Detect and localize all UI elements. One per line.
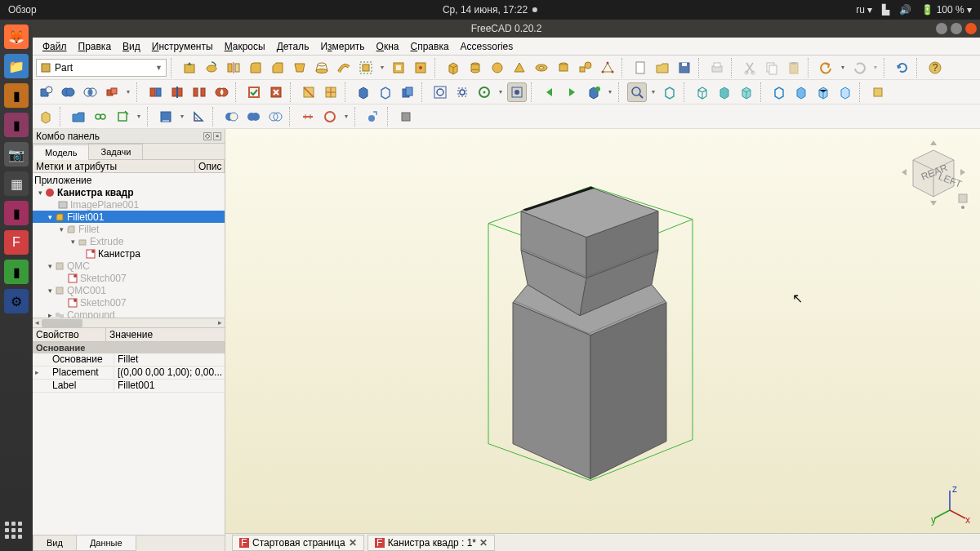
tool-tube[interactable] <box>554 58 573 78</box>
tool-new[interactable] <box>630 58 650 78</box>
battery-indicator[interactable]: 🔋 100 % ▾ <box>921 4 972 16</box>
dock-files[interactable]: 📁 <box>4 54 29 78</box>
view-flatlines[interactable] <box>737 82 756 102</box>
tree-item-fillet001[interactable]: ▾Fillet001 <box>33 211 225 223</box>
3d-model-canister[interactable] <box>464 162 742 504</box>
combo-close-button[interactable]: × <box>213 132 221 140</box>
tool-sphere[interactable] <box>488 58 507 78</box>
tab-tasks[interactable]: Задачи <box>88 144 143 159</box>
dock-freecad[interactable]: F <box>4 230 29 255</box>
tool-whatsthis[interactable]: ? <box>925 58 945 78</box>
tree-app-root[interactable]: Приложение <box>33 174 225 186</box>
tool-join-dropdown[interactable]: ▾ <box>124 88 132 96</box>
tree-item-sketch007b[interactable]: Sketch007 <box>33 296 225 309</box>
menu-tools[interactable]: Инструменты <box>147 39 218 54</box>
tool-revolve[interactable] <box>202 58 221 78</box>
view-iso-dropdown[interactable]: ▾ <box>497 88 505 96</box>
tool-reverse-shapes[interactable] <box>376 82 395 102</box>
measure-clear[interactable] <box>298 107 318 127</box>
dock-video[interactable]: ▮ <box>4 113 29 137</box>
combo-panel-header[interactable]: Комбо панель ◇ × <box>33 129 225 144</box>
doc-tab-start[interactable]: F Стартовая страница ✕ <box>232 535 364 551</box>
tool-undo[interactable] <box>817 58 836 78</box>
dock-folder[interactable]: ▮ <box>4 83 29 108</box>
tool-thickness[interactable] <box>389 58 408 78</box>
zoom-dropdown[interactable]: ▾ <box>649 88 657 96</box>
doc-tab-canister[interactable]: F Канистра квадр : 1* ✕ <box>368 535 495 551</box>
tool-create-group[interactable] <box>69 107 88 127</box>
network-icon[interactable]: ▙ <box>882 4 889 16</box>
tool-extrude[interactable] <box>180 58 199 78</box>
menu-part[interactable]: Деталь <box>272 39 314 54</box>
zoom-magnify[interactable] <box>627 82 647 102</box>
tree-document[interactable]: ▾Канистра квадр <box>33 186 225 198</box>
menu-help[interactable]: Справка <box>406 39 454 54</box>
measure-toggle-dropdown[interactable]: ▾ <box>342 113 350 120</box>
tree-item-compound[interactable]: ▸Compound <box>33 309 225 318</box>
clock[interactable]: Ср, 14 июня, 17:22 <box>443 4 528 16</box>
drawstyle-2[interactable] <box>791 82 811 102</box>
prop-row-label[interactable]: LabelFillet001 <box>33 380 225 393</box>
tool-fillet[interactable] <box>246 58 265 78</box>
measure-angular[interactable] <box>189 107 208 127</box>
dock-firefox[interactable]: 🦊 <box>4 24 29 49</box>
titlebar[interactable]: FreeCAD 0.20.2 <box>33 20 980 38</box>
tool-boolean-common[interactable] <box>80 82 100 102</box>
view-shaded[interactable] <box>715 82 734 102</box>
view-fit-selection[interactable] <box>452 82 472 102</box>
tool-paste[interactable] <box>784 58 804 78</box>
tool-join-connect[interactable] <box>102 82 122 102</box>
tree-hscrollbar[interactable]: ◂▸ <box>33 318 225 327</box>
tool-refresh[interactable] <box>893 58 912 78</box>
view-wireframe[interactable] <box>693 82 712 102</box>
view-fit-all[interactable] <box>430 82 450 102</box>
tool-cut[interactable] <box>740 58 760 78</box>
tool-sweep[interactable] <box>334 58 354 78</box>
tab-model[interactable]: Модель <box>33 144 89 160</box>
link-actions-dropdown[interactable]: ▾ <box>606 88 614 96</box>
view-isometric[interactable] <box>474 82 494 102</box>
bool-cut2[interactable] <box>221 107 241 127</box>
tool-loft[interactable] <box>312 58 332 78</box>
measure-toggle[interactable] <box>320 107 340 127</box>
menu-macros[interactable]: Макросы <box>220 39 270 54</box>
tool-offset3d[interactable] <box>356 58 376 78</box>
tool-chamfer[interactable] <box>268 58 287 78</box>
volume-icon[interactable]: 🔊 <box>899 4 911 16</box>
doc-tab-start-close[interactable]: ✕ <box>349 537 357 549</box>
tool-simple-copy[interactable] <box>398 82 417 102</box>
tool-ruled[interactable] <box>290 58 310 78</box>
menu-view[interactable]: Вид <box>118 39 145 54</box>
menu-file[interactable]: Файл <box>38 39 72 54</box>
tool-split-xor[interactable] <box>212 82 231 102</box>
drawstyle-3[interactable] <box>813 82 833 102</box>
menu-measure[interactable]: Измерить <box>315 39 369 54</box>
measure-dropdown[interactable]: ▾ <box>178 113 186 120</box>
prop-row-placement[interactable]: ▸Placement[(0,00 0,00 1,00); 0,00... <box>33 367 225 380</box>
window-close-button[interactable] <box>965 23 977 34</box>
tool-copy[interactable] <box>762 58 782 78</box>
tree-item-sketch-canister[interactable]: Канистра <box>33 247 225 260</box>
bool-union2[interactable] <box>243 107 263 127</box>
tool-check-geometry[interactable] <box>244 82 264 102</box>
dock-calculator[interactable]: ▦ <box>4 171 29 196</box>
tool-link-make[interactable] <box>91 107 110 127</box>
tool-boolean-union[interactable] <box>58 82 78 102</box>
view-box-element[interactable] <box>660 82 679 102</box>
tool-undo-dropdown[interactable]: ▾ <box>839 64 847 71</box>
tree-col-labels[interactable]: Метки и атрибуты <box>33 160 195 172</box>
tool-split-fragments[interactable] <box>145 82 165 102</box>
prop-row-base[interactable]: ОснованиеFillet <box>33 353 225 367</box>
acc-tool[interactable] <box>396 107 416 127</box>
tool-cube[interactable] <box>443 58 463 78</box>
tool-primitives[interactable] <box>576 58 595 78</box>
tree-item-extrude[interactable]: ▾Extrude <box>33 235 225 247</box>
menu-edit[interactable]: Правка <box>74 39 117 54</box>
tool-section1[interactable] <box>299 82 318 102</box>
tree-view[interactable]: Приложение ▾Канистра квадр ImagePlane001… <box>33 173 225 318</box>
view-front[interactable] <box>507 82 527 102</box>
tool-print[interactable] <box>707 58 727 78</box>
tool-boolean-cut[interactable] <box>36 82 56 102</box>
tool-save[interactable] <box>675 58 694 78</box>
tab-data[interactable]: Данные <box>76 535 136 551</box>
